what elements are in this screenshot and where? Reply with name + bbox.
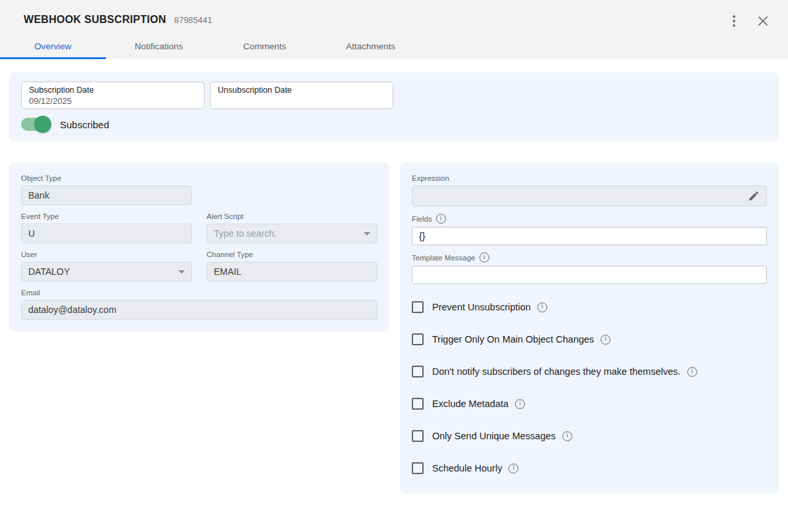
schedule-hourly-checkbox[interactable] [412, 462, 424, 474]
unsubscription-date-label: Unsubscription Date [218, 85, 385, 95]
expression-field [412, 185, 767, 206]
email-field: dataloy@dataloy.com [21, 300, 378, 320]
toggle-knob [34, 116, 51, 133]
channel-type-label: Channel Type [207, 251, 378, 258]
user-value: DATALOY [28, 266, 70, 277]
page-title: WEBHOOK SUBSCRIPTION [24, 14, 166, 26]
prevent-unsubscription-checkbox[interactable] [412, 301, 424, 313]
info-icon[interactable] [562, 431, 572, 441]
expression-label: Expression [412, 174, 767, 182]
checkbox-label: Only Send Unique Messages [432, 431, 556, 441]
checkbox-label: Trigger Only On Main Object Changes [432, 334, 594, 345]
tab-attachments[interactable]: Attachments [318, 34, 424, 59]
subscription-panel: Subscription Date 09/12/2025 Unsubscript… [9, 72, 779, 141]
kebab-menu-icon[interactable] [727, 14, 741, 28]
info-icon[interactable] [515, 399, 525, 409]
checkbox-row-trigger-main-object: Trigger Only On Main Object Changes [412, 333, 767, 345]
object-type-value: Bank [28, 190, 49, 201]
checkbox-row-schedule-hourly: Schedule Hourly [412, 462, 767, 474]
subscription-date-value: 09/12/2025 [29, 96, 197, 106]
tab-overview[interactable]: Overview [0, 34, 106, 59]
dont-notify-self-checkbox[interactable] [412, 366, 424, 377]
info-icon[interactable] [480, 253, 489, 262]
channel-type-field: EMAIL [207, 262, 378, 281]
object-type-field: Bank [21, 185, 192, 205]
template-message-label: Template Message [412, 254, 476, 262]
exclude-metadata-checkbox[interactable] [412, 398, 424, 410]
checkbox-label: Prevent Unsubscription [432, 302, 531, 312]
event-type-label: Event Type [21, 212, 192, 220]
tab-comments[interactable]: Comments [212, 34, 318, 59]
template-message-label-row: Template Message [412, 253, 767, 262]
checkbox-label: Schedule Hourly [432, 463, 502, 473]
chevron-down-icon [178, 270, 185, 274]
unsubscription-date-field[interactable]: Unsubscription Date [210, 82, 393, 109]
checkbox-label: Don't notify subscribers of changes they… [432, 366, 681, 377]
trigger-only-main-object-checkbox[interactable] [412, 333, 424, 345]
dialog-header: WEBHOOK SUBSCRIPTION 87985441 Overview N… [0, 0, 788, 59]
fields-value: {} [419, 231, 425, 241]
info-icon[interactable] [508, 464, 518, 473]
chevron-down-icon [364, 232, 370, 235]
checkbox-row-dont-notify-self: Don't notify subscribers of changes they… [412, 366, 767, 377]
alert-script-label: Alert Script [207, 212, 378, 220]
alert-script-field: Type to search. [207, 224, 378, 243]
checkbox-label: Exclude Metadata [432, 399, 508, 409]
object-type-label: Object Type [21, 174, 378, 182]
alert-script-placeholder: Type to search. [214, 228, 277, 239]
details-panel: Object Type Bank Event Type U Alert Scri… [9, 162, 389, 331]
tab-bar: Overview Notifications Comments Attachme… [0, 34, 424, 59]
close-icon[interactable] [756, 14, 770, 28]
channel-type-value: EMAIL [214, 266, 241, 277]
info-icon[interactable] [601, 335, 610, 345]
email-label: Email [21, 289, 378, 297]
unsubscription-date-value [218, 96, 385, 106]
edit-pencil-icon[interactable] [748, 190, 760, 202]
options-checkbox-list: Prevent Unsubscription Trigger Only On M… [412, 301, 767, 474]
info-icon[interactable] [687, 367, 697, 377]
record-id: 87985441 [174, 15, 212, 25]
subscribed-toggle[interactable] [21, 118, 50, 131]
title-row: WEBHOOK SUBSCRIPTION 87985441 [0, 0, 788, 26]
user-label: User [21, 251, 192, 258]
template-message-input[interactable] [412, 266, 767, 284]
info-icon[interactable] [436, 214, 446, 224]
info-icon[interactable] [537, 302, 547, 312]
expression-panel: Expression Fields {} Template Message [400, 162, 779, 494]
event-type-value: U [28, 228, 35, 239]
checkbox-row-prevent-unsubscription: Prevent Unsubscription [412, 301, 767, 313]
user-dropdown: DATALOY [21, 262, 192, 281]
tab-notifications[interactable]: Notifications [106, 34, 212, 59]
event-type-field: U [21, 224, 192, 243]
fields-label: Fields [412, 215, 432, 223]
fields-input[interactable]: {} [412, 227, 767, 245]
subscription-date-label: Subscription Date [29, 85, 197, 95]
subscription-date-field[interactable]: Subscription Date 09/12/2025 [21, 82, 205, 109]
checkbox-row-only-unique-messages: Only Send Unique Messages [412, 430, 767, 442]
fields-label-row: Fields [412, 214, 767, 224]
email-value: dataloy@dataloy.com [28, 304, 116, 315]
checkbox-row-exclude-metadata: Exclude Metadata [412, 398, 767, 410]
only-unique-messages-checkbox[interactable] [412, 430, 424, 442]
subscribed-toggle-label: Subscribed [60, 119, 109, 130]
